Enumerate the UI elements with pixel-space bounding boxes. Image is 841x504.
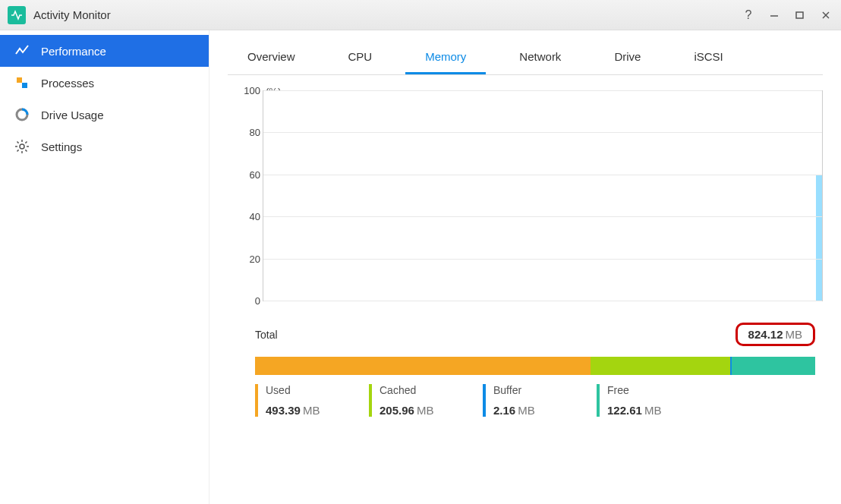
legend-value: 493.39MB (266, 404, 369, 417)
usage-segment-free (732, 357, 815, 375)
chart-y-tick: 100 (239, 85, 260, 96)
tabs: Overview CPU Memory Network Drive iSCSI (228, 43, 823, 75)
tab-overview[interactable]: Overview (228, 43, 315, 74)
sidebar-item-settings[interactable]: Settings (0, 131, 209, 162)
usage-segment-used (255, 357, 591, 375)
gear-icon (14, 138, 30, 155)
content-panel: Overview CPU Memory Network Drive iSCSI … (209, 30, 841, 504)
memory-chart: (%) 020406080100 (235, 90, 823, 301)
chart-y-tick: 40 (239, 211, 260, 222)
maximize-icon[interactable] (792, 8, 808, 23)
app-icon (8, 6, 26, 24)
tab-drive[interactable]: Drive (594, 43, 660, 74)
chart-plot: 020406080100 (263, 90, 823, 301)
tab-network[interactable]: Network (499, 43, 581, 74)
sidebar-item-processes[interactable]: Processes (0, 67, 209, 99)
chart-gridline (263, 175, 822, 175)
svg-rect-1 (796, 12, 803, 18)
chart-gridline (263, 216, 822, 217)
chart-y-tick: 80 (239, 127, 260, 138)
close-icon[interactable] (818, 8, 833, 23)
legend-label: Free (607, 384, 710, 396)
legend-item-used: Used493.39MB (255, 384, 369, 417)
sidebar-item-drive-usage[interactable]: Drive Usage (0, 99, 209, 131)
titlebar: Activity Monitor ? (0, 0, 841, 30)
legend-item-buffer: Buffer2.16MB (483, 384, 597, 417)
usage-segment-cached (591, 357, 730, 375)
chart-live-bar (816, 175, 822, 301)
tab-iscsi[interactable]: iSCSI (674, 43, 742, 74)
app-title: Activity Monitor (33, 8, 741, 21)
sidebar-item-label: Drive Usage (41, 109, 104, 121)
sidebar-item-label: Performance (41, 45, 106, 58)
legend-label: Used (266, 384, 369, 396)
legend-value: 2.16MB (493, 404, 597, 417)
svg-line-10 (17, 142, 19, 143)
sidebar: Performance Processes Drive Usage Settin… (0, 30, 209, 504)
performance-icon (14, 43, 30, 59)
svg-line-13 (25, 142, 27, 143)
help-icon[interactable]: ? (741, 8, 756, 23)
chart-y-tick: 0 (239, 295, 260, 307)
legend-value: 122.61MB (607, 404, 710, 417)
memory-total-value-highlight: 824.12MB (735, 323, 815, 346)
chart-y-tick: 60 (239, 169, 260, 180)
sidebar-item-performance[interactable]: Performance (0, 35, 209, 67)
drive-usage-icon (14, 106, 30, 123)
svg-line-11 (25, 150, 27, 151)
chart-gridline (263, 301, 822, 301)
chart-y-tick: 20 (239, 253, 260, 264)
chart-gridline (263, 132, 822, 133)
svg-point-5 (20, 144, 24, 149)
tab-cpu[interactable]: CPU (329, 43, 392, 74)
memory-total-label: Total (255, 329, 735, 341)
legend-item-free: Free122.61MB (597, 384, 710, 417)
minimize-icon[interactable] (767, 8, 782, 23)
memory-total-unit: MB (786, 328, 803, 341)
memory-usage-bar (255, 357, 815, 375)
memory-legend: Used493.39MBCached205.96MBBuffer2.16MBFr… (255, 384, 815, 417)
legend-label: Buffer (493, 384, 597, 396)
legend-item-cached: Cached205.96MB (369, 384, 483, 417)
processes-icon (14, 74, 30, 91)
chart-gridline (263, 259, 822, 260)
tab-memory[interactable]: Memory (405, 43, 486, 74)
window-controls: ? (741, 8, 833, 23)
chart-gridline (263, 90, 822, 91)
sidebar-item-label: Settings (41, 140, 82, 153)
svg-line-12 (17, 150, 19, 151)
legend-label: Cached (380, 384, 483, 396)
sidebar-item-label: Processes (41, 77, 94, 90)
memory-total-row: Total 824.12MB (255, 323, 815, 346)
legend-value: 205.96MB (380, 404, 483, 417)
memory-total-value: 824.12 (748, 328, 783, 341)
